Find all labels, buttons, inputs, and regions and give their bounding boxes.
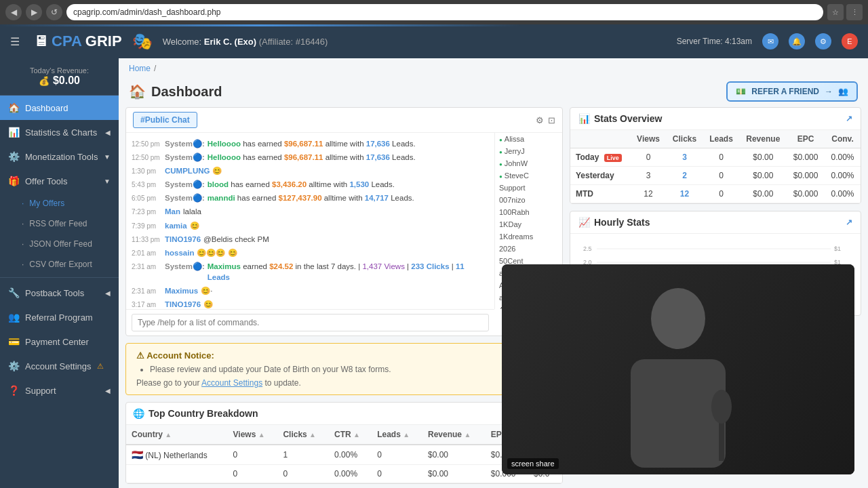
stats-row-yesterday: Yesterday 3 2 0 $0.00 $0.000 0.00% (570, 167, 861, 185)
chat-user-stevec[interactable]: SteveC (495, 169, 562, 182)
col-country[interactable]: Country ▲ (126, 425, 228, 445)
stats-views-today: 0 (631, 148, 667, 167)
stats-epc-mtd: $0.000 (787, 185, 825, 203)
sidebar-item-support[interactable]: ❓ Support ◀ (0, 378, 119, 403)
stats-col-epc: EPC (787, 130, 825, 148)
chat-msg-7: 7:39 pm kamia 😊 (132, 219, 489, 232)
stats-external-link[interactable]: ↗ (846, 114, 852, 123)
chat-messages[interactable]: 12:50 pm System🔵: Helloooo has earned $9… (126, 133, 494, 309)
sidebar-item-account[interactable]: ⚙️ Account Settings ⚠ (0, 354, 119, 378)
col-ctr[interactable]: CTR ▲ (329, 425, 372, 445)
revenue-amount: $0.00 (53, 75, 80, 87)
stats-col-leads: Leads (703, 130, 740, 148)
chat-expand-icon[interactable]: ⊡ (548, 115, 555, 125)
cell-clicks: 1 (277, 445, 329, 465)
svg-point-14 (651, 288, 705, 349)
chat-user-1kdreams[interactable]: 1Kdreams (495, 230, 562, 243)
col-views[interactable]: Views ▲ (228, 425, 278, 445)
header-right: Server Time: 4:13am ✉ 🔔 ⚙ E (677, 33, 858, 49)
browser-star-button[interactable]: ☆ (827, 4, 844, 20)
sidebar-item-offer-tools[interactable]: 🎁 Offer Tools ▼ (0, 169, 119, 193)
sidebar-item-csv-export[interactable]: · CSV Offer Export (0, 254, 119, 274)
sidebar-item-referral[interactable]: 👥 Referral Program (0, 305, 119, 329)
video-person: screen share (502, 264, 854, 474)
table-row: 🇳🇱 (NL) Netherlands 0 1 0.00% 0 $0.00 $0… (126, 445, 562, 465)
reload-button[interactable]: ↺ (46, 4, 62, 20)
chat-user-jerryj[interactable]: JerryJ (495, 145, 562, 157)
sidebar-item-monetization[interactable]: ⚙️ Monetization Tools ▼ (0, 144, 119, 169)
page-title: 🏠 Dashboard (129, 83, 222, 100)
chat-user-007nizo[interactable]: 007nizo (495, 194, 562, 206)
stats-views-mtd: 12 (631, 185, 667, 203)
cell-leads-2: 0 (372, 465, 422, 483)
payment-icon: 💳 (8, 336, 20, 347)
forward-button[interactable]: ▶ (26, 4, 42, 20)
breadcrumb: Home / (119, 58, 868, 79)
user-avatar[interactable]: E (842, 33, 858, 49)
sidebar-item-my-offers[interactable]: · My Offers (0, 193, 119, 214)
sidebar-label-rss: RSS Offer Feed (29, 219, 87, 228)
chat-user-1kday[interactable]: 1KDay (495, 218, 562, 230)
cell-country: 🇳🇱 (NL) Netherlands (126, 445, 228, 465)
sidebar-item-statistics[interactable]: 📊 Statistics & Charts ◀ (0, 120, 119, 144)
live-badge: Live (604, 154, 622, 162)
stats-epc-yesterday: $0.000 (787, 167, 825, 185)
chat-user-100rabh[interactable]: 100Rabh (495, 206, 562, 218)
stats-views-yesterday: 3 (631, 167, 667, 185)
sidebar-item-dashboard[interactable]: 🏠 Dashboard (0, 96, 119, 120)
col-revenue[interactable]: Revenue ▲ (422, 425, 486, 445)
chat-user-2026[interactable]: 2026 (495, 243, 562, 255)
chat-input[interactable] (132, 314, 489, 331)
sidebar-item-json-feed[interactable]: · JSON Offer Feed (0, 234, 119, 254)
sidebar-divider-1 (0, 277, 119, 278)
notice-item-1: Please review and update your Date of Bi… (150, 365, 552, 374)
chat-user-johnw[interactable]: JohnW (495, 157, 562, 169)
browser-menu-button[interactable]: ⋮ (846, 4, 863, 20)
globe-icon: 🌐 (133, 408, 144, 419)
notice-footer: Please go to your Account Settings to up… (136, 378, 552, 388)
sidebar-item-payment[interactable]: 💳 Payment Center (0, 329, 119, 354)
col-clicks[interactable]: Clicks ▲ (277, 425, 329, 445)
header-mascot: 🎭 (132, 32, 153, 51)
chat-user-support[interactable]: Support (495, 182, 562, 194)
notifications-icon[interactable]: 🔔 (789, 33, 805, 49)
sidebar-label-csv: CSV Offer Export (29, 260, 92, 269)
public-chat-tab[interactable]: #Public Chat (133, 112, 197, 128)
country-section-title: 🌐 Top Country Breakdown (126, 403, 562, 425)
sidebar-label-json: JSON Offer Feed (29, 239, 92, 249)
url-bar[interactable] (66, 4, 823, 20)
chat-actions: ⚙ ⊡ (536, 115, 555, 125)
svg-text:$1: $1 (834, 245, 841, 252)
messages-icon[interactable]: ✉ (762, 33, 778, 49)
breadcrumb-home[interactable]: Home (129, 64, 151, 73)
support-arrow: ◀ (105, 387, 111, 394)
stats-overview-card: 📊 Stats Overview ↗ Views Clicks Leads (570, 107, 861, 204)
chat-card: #Public Chat ⚙ ⊡ 12:50 pm (125, 107, 563, 336)
col-leads[interactable]: Leads ▲ (372, 425, 422, 445)
sidebar-item-rss-feed[interactable]: · RSS Offer Feed (0, 214, 119, 234)
stats-icon: 📊 (578, 113, 590, 124)
chat-user-alissa[interactable]: Alissa (495, 133, 562, 145)
hourly-stats-title: 📈 Hourly Stats ↗ (570, 211, 861, 234)
stats-revenue-today: $0.00 (739, 148, 787, 167)
settings-icon[interactable]: ⚙ (815, 33, 831, 49)
back-button[interactable]: ◀ (5, 4, 22, 20)
logo-cpa: 🖥 (33, 33, 48, 50)
stats-clicks-mtd: 12 (666, 185, 703, 203)
monetization-icon: ⚙️ (8, 151, 20, 162)
account-settings-link[interactable]: Account Settings (201, 378, 262, 388)
cell-ctr: 0.00% (329, 445, 372, 465)
stats-clicks-today: 3 (666, 148, 703, 167)
sidebar-item-postback[interactable]: 🔧 Postback Tools ◀ (0, 281, 119, 305)
chat-main: 12:50 pm System🔵: Helloooo has earned $9… (126, 133, 494, 336)
stats-conv-today: 0.00% (825, 148, 861, 167)
chat-msg-5: 6:05 pm System🔵: manndi has earned $127,… (132, 191, 489, 205)
chat-settings-icon[interactable]: ⚙ (536, 115, 544, 125)
hourly-external-link[interactable]: ↗ (846, 218, 852, 227)
stats-col-clicks: Clicks (666, 130, 703, 148)
sidebar-label-offer-tools: Offer Tools (25, 176, 67, 186)
hamburger-menu[interactable]: ☰ (10, 35, 20, 48)
chat-header: #Public Chat ⚙ ⊡ (126, 108, 562, 133)
refer-friend-banner[interactable]: 💵 REFER A FRIEND → 👥 (726, 81, 858, 102)
sidebar-label-referral: Referral Program (25, 312, 93, 323)
